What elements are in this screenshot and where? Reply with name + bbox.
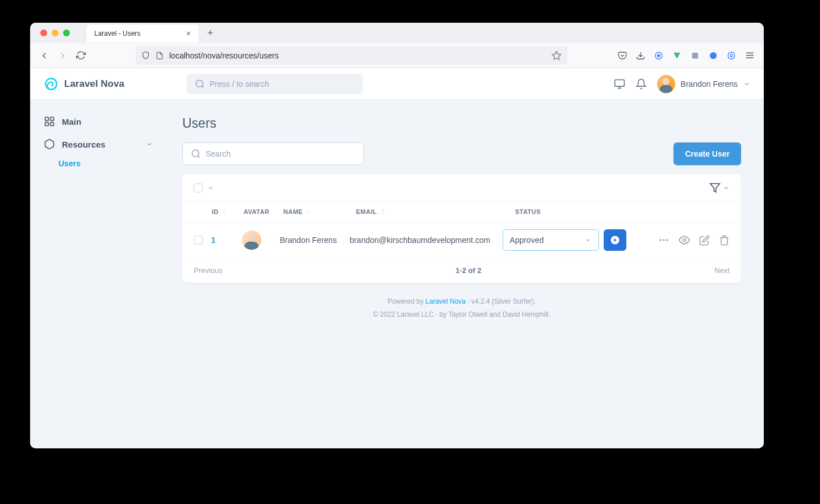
vue-icon[interactable] <box>672 51 682 61</box>
row-avatar-icon <box>242 230 261 250</box>
svg-line-13 <box>202 86 203 87</box>
package-icon <box>44 138 55 150</box>
view-button[interactable] <box>679 234 690 246</box>
sort-icon[interactable] <box>221 208 228 215</box>
global-search-placeholder: Press / to search <box>210 79 269 89</box>
chevron-down-icon <box>743 81 750 87</box>
user-name: Brandon Ferens <box>681 79 738 89</box>
footer: Powered by Laravel Nova · v4.2.4 (Silver… <box>182 295 741 321</box>
row-checkbox[interactable] <box>194 236 203 245</box>
table-row: 1 Brandon Ferens brandon@kirschbaumdevel… <box>182 222 741 258</box>
download-icon[interactable] <box>635 51 646 61</box>
status-value: Approved <box>510 236 544 245</box>
svg-point-21 <box>192 150 199 157</box>
svg-point-12 <box>196 80 203 87</box>
previous-button[interactable]: Previous <box>194 266 223 275</box>
bookmark-icon[interactable] <box>551 51 562 61</box>
create-user-button[interactable]: Create User <box>673 142 741 165</box>
sidebar-item-resources[interactable]: Resources <box>38 133 158 156</box>
svg-rect-4 <box>692 52 698 58</box>
sort-icon[interactable] <box>305 208 312 215</box>
user-menu[interactable]: Brandon Ferens <box>657 75 750 93</box>
ext-icon-1[interactable] <box>654 51 664 61</box>
sidebar: Main Resources Users <box>30 100 166 448</box>
svg-point-2 <box>658 54 660 57</box>
extension-icons <box>617 51 755 61</box>
filter-button[interactable] <box>709 182 730 194</box>
app-logo[interactable]: Laravel Nova <box>44 77 180 91</box>
svg-rect-20 <box>45 123 49 126</box>
app-header: Laravel Nova Press / to search Brandon F… <box>30 68 764 100</box>
window-minimize-button[interactable] <box>52 30 58 36</box>
desktop-icon[interactable] <box>614 78 625 90</box>
page-icon <box>156 52 164 60</box>
play-icon <box>610 235 620 245</box>
ext-icon-2[interactable] <box>690 51 700 61</box>
svg-marker-23 <box>710 183 720 192</box>
svg-point-27 <box>663 239 664 241</box>
status-select[interactable]: Approved <box>503 229 599 251</box>
hamburger-menu-icon[interactable] <box>744 51 755 61</box>
window-close-button[interactable] <box>40 30 47 36</box>
delete-button[interactable] <box>719 235 730 246</box>
browser-tab[interactable]: Laravel - Users × <box>86 24 199 43</box>
chevron-down-icon <box>146 141 153 148</box>
select-all-checkbox[interactable] <box>194 183 203 192</box>
svg-rect-19 <box>51 123 54 126</box>
global-search-input[interactable]: Press / to search <box>187 74 363 94</box>
grid-icon <box>44 116 55 127</box>
chevron-down-icon <box>723 184 730 191</box>
pocket-icon[interactable] <box>617 51 627 61</box>
edit-button[interactable] <box>699 235 710 246</box>
sidebar-item-users[interactable]: Users <box>38 156 158 171</box>
nova-logo-icon <box>44 77 58 91</box>
close-tab-icon[interactable]: × <box>186 29 191 38</box>
ext-icon-4[interactable] <box>726 51 737 61</box>
col-id-label: ID <box>212 208 219 215</box>
sidebar-resources-label: Resources <box>62 140 106 149</box>
main-content: Users Search Create User <box>166 100 764 448</box>
sidebar-item-main[interactable]: Main <box>38 110 158 133</box>
resource-search-placeholder: Search <box>206 149 231 158</box>
url-input[interactable]: localhost/nova/resources/users <box>136 47 567 65</box>
footer-copyright: © 2022 Laravel LLC · by Taylor Otwell an… <box>182 308 741 321</box>
select-all-chevron-icon[interactable] <box>207 184 214 191</box>
page-title: Users <box>182 116 741 131</box>
svg-marker-0 <box>553 51 561 59</box>
search-icon <box>191 149 201 159</box>
filter-icon <box>709 182 721 194</box>
svg-point-29 <box>683 239 686 242</box>
user-avatar-icon <box>657 75 675 93</box>
next-button[interactable]: Next <box>714 266 730 275</box>
sort-icon[interactable] <box>379 208 386 215</box>
shield-icon <box>141 51 150 60</box>
row-id[interactable]: 1 <box>211 236 216 245</box>
col-status-label: STATUS <box>515 208 541 215</box>
back-button[interactable] <box>39 51 49 61</box>
resource-search-input[interactable]: Search <box>182 142 364 165</box>
col-email-label: EMAIL <box>356 208 377 215</box>
new-tab-button[interactable]: + <box>204 27 217 39</box>
table-header: ID AVATAR NAME EMAIL STATUS <box>182 201 741 222</box>
browser-url-bar: localhost/nova/resources/users <box>30 43 764 68</box>
bell-icon[interactable] <box>635 78 647 90</box>
eye-icon <box>679 234 690 246</box>
browser-tab-bar: Laravel - Users × + <box>30 23 764 43</box>
edit-icon <box>699 235 710 246</box>
run-action-button[interactable] <box>604 229 626 251</box>
svg-point-7 <box>730 54 733 57</box>
url-text: localhost/nova/resources/users <box>169 51 279 60</box>
dots-icon <box>658 234 670 246</box>
trash-icon <box>719 235 730 246</box>
svg-line-22 <box>198 156 199 157</box>
forward-button[interactable] <box>57 51 68 61</box>
window-maximize-button[interactable] <box>63 30 70 36</box>
svg-marker-3 <box>673 52 680 58</box>
more-actions-button[interactable] <box>658 234 670 246</box>
reload-button[interactable] <box>76 51 86 61</box>
users-table-card: ID AVATAR NAME EMAIL STATUS <box>182 174 741 283</box>
footer-powered-prefix: Powered by <box>388 297 426 305</box>
ext-icon-3[interactable] <box>708 51 718 61</box>
app-name: Laravel Nova <box>64 78 124 90</box>
footer-nova-link[interactable]: Laravel Nova <box>425 297 466 305</box>
